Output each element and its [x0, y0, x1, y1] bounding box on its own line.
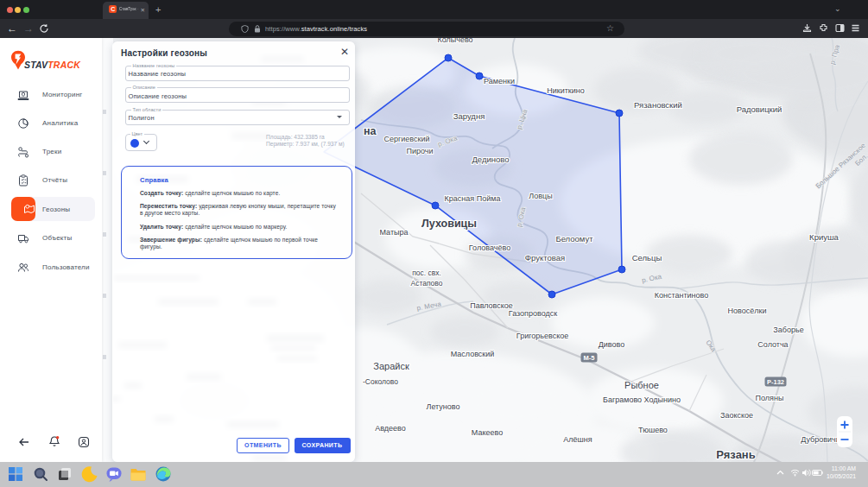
svg-text:на: на: [364, 125, 377, 137]
svg-text:Тюшево: Тюшево: [638, 426, 668, 434]
svg-text:Никиткино: Никиткино: [547, 86, 585, 95]
svg-text:Матыра: Матыра: [379, 228, 408, 237]
svg-text:Поляны: Поляны: [756, 394, 784, 402]
svg-text:М-5: М-5: [584, 354, 595, 362]
svg-text:Сельцы: Сельцы: [632, 253, 662, 262]
svg-text:Новосёлки: Новосёлки: [728, 307, 767, 315]
svg-text:Константиново: Константиново: [655, 291, 709, 300]
svg-text:Масловский: Масловский: [451, 350, 495, 358]
svg-text:Рыбное: Рыбное: [624, 380, 659, 390]
svg-text:пос. свх.: пос. свх.: [412, 269, 441, 277]
svg-text:Зарудня: Зарудня: [453, 111, 485, 121]
svg-text:Дивово: Дивово: [599, 340, 625, 349]
svg-text:Баграмово Ходынино: Баграмово Ходынино: [603, 395, 681, 404]
svg-text:Радовицкий: Радовицкий: [737, 104, 782, 114]
svg-text:Раменки: Раменки: [484, 77, 515, 85]
svg-text:Пирочи: Пирочи: [406, 147, 433, 155]
svg-text:-Соколово: -Соколово: [363, 377, 398, 386]
svg-text:Криуша: Криуша: [809, 232, 839, 242]
svg-text:Макеево: Макеево: [472, 428, 503, 437]
svg-text:Ловцы: Ловцы: [529, 192, 552, 200]
svg-text:Солотча: Солотча: [757, 340, 788, 349]
svg-text:Авдеево: Авдеево: [375, 424, 406, 433]
svg-text:Рязань: Рязань: [716, 448, 755, 461]
svg-text:Красная Пойма: Красная Пойма: [445, 194, 501, 203]
svg-text:Газопроводск: Газопроводск: [509, 309, 557, 318]
svg-text:Р-132: Р-132: [767, 378, 784, 386]
svg-text:Рязановский: Рязановский: [634, 100, 682, 110]
svg-text:Головачёво: Головачёво: [469, 244, 510, 252]
svg-text:Зарайск: Зарайск: [373, 361, 409, 371]
svg-text:Дединово: Дединово: [472, 155, 509, 164]
svg-text:Колычёво: Колычёво: [437, 38, 472, 44]
svg-text:Сергиевский: Сергиевский: [384, 135, 430, 143]
svg-text:Павловское: Павловское: [470, 301, 513, 310]
svg-text:Заборье: Заборье: [773, 326, 803, 334]
svg-text:Григорьевское: Григорьевское: [516, 332, 568, 340]
svg-text:Фруктовая: Фруктовая: [525, 253, 565, 262]
svg-text:Луховицы: Луховицы: [421, 218, 477, 230]
svg-text:Летуново: Летуново: [427, 402, 460, 411]
svg-text:Белоомут: Белоомут: [555, 234, 593, 244]
svg-text:Дубровичи: Дубровичи: [801, 435, 840, 444]
svg-text:Заокское: Заокское: [720, 411, 753, 420]
svg-text:Алёшня: Алёшня: [563, 435, 592, 444]
svg-text:Астапово: Астапово: [411, 279, 443, 288]
